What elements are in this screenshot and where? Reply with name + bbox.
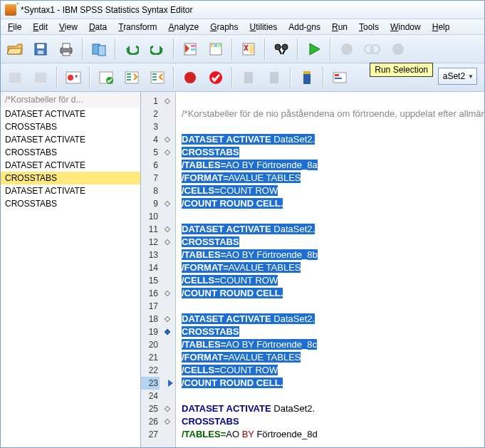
toolbar-separator [173,67,174,88]
svg-rect-7 [98,46,105,56]
code-pane[interactable]: /*Korstabeller för de nio påståendena om… [176,92,484,447]
record-button[interactable] [179,66,202,89]
dataset-dropdown-label: aSet2 [443,71,465,81]
validate-button[interactable] [204,66,227,89]
run-button[interactable] [303,38,325,61]
code-line[interactable]: DATASET ACTIVATE DataSet2. [182,133,481,146]
svg-text:*: * [75,73,78,82]
code-line[interactable]: /COUNT ROUND CELL. [182,377,481,390]
goto-case-button[interactable] [179,38,202,61]
save-button[interactable] [29,38,52,61]
menu-file[interactable]: File [2,20,27,34]
menu-window[interactable]: Window [385,20,427,34]
navigation-pane[interactable]: /*Korstabeller för d... DATASET ACTIVATE… [1,92,141,447]
active-dataset-dropdown[interactable]: aSet2 ▼ [438,68,477,85]
code-line[interactable]: DATASET ACTIVATE DataSet2. [182,313,481,325]
menu-data[interactable]: Data [83,20,113,34]
toolbar-separator [115,38,116,60]
nav-item[interactable]: CROSSTABS [1,197,140,210]
recall-dialog-button[interactable] [88,38,110,61]
marker-gutter [162,92,175,447]
code-line[interactable] [182,210,481,223]
nav-item[interactable]: DATASET ACTIVATE [1,108,140,120]
code-line[interactable]: /TABLES=AO BY Förtroende_8a [182,159,481,172]
code-line[interactable] [182,390,481,402]
print-button[interactable] [55,38,78,61]
svg-rect-13 [214,44,217,47]
code-line[interactable]: CROSSTABS [182,146,481,159]
breakpoint-toggle-button[interactable]: * [62,66,85,89]
code-line[interactable]: /FORMAT=AVALUE TABLES [182,351,481,364]
nav-item[interactable]: CROSSTABS [1,172,140,184]
nav-item[interactable]: DATASET ACTIVATE [1,184,140,197]
code-line[interactable]: /FORMAT=AVALUE TABLES [182,172,481,184]
svg-point-22 [392,43,404,55]
undo-button[interactable] [120,38,143,61]
syntax-check-3-button[interactable] [146,66,169,89]
toolbar-separator [231,67,233,88]
output-button[interactable] [328,66,351,89]
syntax-check-2-button[interactable] [120,66,143,89]
code-line[interactable] [182,300,481,313]
menu-graphs[interactable]: Graphs [204,20,244,34]
nav-item[interactable]: CROSSTABS [1,120,140,133]
code-line[interactable] [182,95,481,108]
code-line[interactable]: /CELLS=COUNT ROW [182,364,481,377]
redo-button[interactable] [146,38,169,61]
goto-variable-button[interactable] [204,38,227,61]
find-button[interactable] [270,38,293,61]
menu-help[interactable]: Help [427,20,456,34]
run-selection-tooltip: Run Selection [370,63,433,77]
svg-point-21 [371,45,380,53]
nav-item[interactable]: DATASET ACTIVATE [1,133,140,146]
code-line[interactable]: CROSSTABS [182,325,481,338]
svg-point-26 [68,75,73,80]
code-line[interactable]: CROSSTABS [182,236,481,249]
svg-rect-34 [244,72,253,83]
disabled-btn-1 [335,38,358,61]
code-line[interactable]: /TABLES=AO BY Förtroende_8c [182,338,481,351]
svg-point-19 [341,43,353,55]
menu-view[interactable]: View [53,20,83,34]
code-line[interactable]: /COUNT ROUND CELL. [182,287,481,300]
menu-transform[interactable]: Transform [113,20,162,34]
code-line[interactable]: DATASET ACTIVATE DataSet2. [182,223,481,236]
menu-analyze[interactable]: Analyze [162,20,204,34]
nav-item[interactable]: CROSSTABS [1,146,140,159]
toolbar-separator [82,38,83,60]
code-line[interactable]: /TABLES=AO BY Förtroende_8b [182,249,481,261]
svg-point-32 [184,72,196,83]
nav-item[interactable]: DATASET ACTIVATE [1,159,140,172]
code-line[interactable]: /TABLES=AO BY Förtroende_8d [182,428,481,441]
open-button[interactable] [4,38,26,61]
menu-tools[interactable]: Tools [353,20,385,34]
code-line[interactable]: /COUNT ROUND CELL. [182,197,481,210]
toolbar-main [1,35,484,63]
code-line[interactable]: /CELLS=COUNT ROW [182,274,481,287]
menu-utilities[interactable]: Utilities [244,20,283,34]
variables-button[interactable] [237,38,260,61]
toolbar-separator [290,67,291,88]
svg-rect-9 [191,45,195,47]
code-line[interactable]: DATASET ACTIVATE DataSet2. [182,402,481,415]
toolbar-separator [323,67,324,88]
menu-run[interactable]: Run [326,20,353,34]
code-line[interactable]: /FORMAT=AVALUE TABLES [182,261,481,274]
code-line[interactable]: CROSSTABS [182,415,481,428]
content-area: /*Korstabeller för d... DATASET ACTIVATE… [1,92,484,447]
menu-add-ons[interactable]: Add-ons [283,20,326,34]
disabled-nav-2 [29,66,52,89]
code-line[interactable]: /*Korstabeller för de nio påståendena om… [182,108,481,120]
svg-rect-40 [335,78,342,79]
syntax-editor[interactable]: 1234567891011121314151617181920212223242… [141,92,484,447]
disabled-btn-2 [361,38,384,61]
gutter: 1234567891011121314151617181920212223242… [141,92,176,447]
svg-point-18 [282,44,288,50]
menu-edit[interactable]: Edit [27,20,53,34]
code-line[interactable] [182,120,481,133]
disabled-nav-1 [4,66,26,89]
syntax-check-1-button[interactable] [95,66,118,89]
nav-header: /*Korstabeller för d... [1,92,140,108]
code-line[interactable]: /CELLS=COUNT ROW [182,184,481,197]
bookmark-button[interactable] [296,66,318,89]
